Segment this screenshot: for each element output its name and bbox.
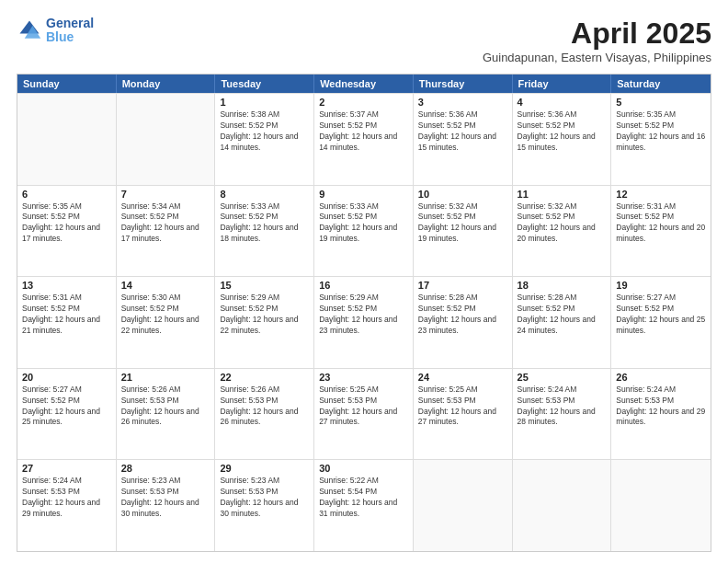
cell-day-number: 9 [319, 189, 408, 200]
cell-day-number: 29 [220, 463, 309, 474]
weekday-header: Wednesday [314, 75, 414, 93]
calendar-cell: 4Sunrise: 5:36 AMSunset: 5:52 PMDaylight… [513, 94, 612, 185]
cell-day-number: 3 [418, 97, 507, 108]
calendar-cell: 9Sunrise: 5:33 AMSunset: 5:52 PMDaylight… [314, 186, 414, 277]
cell-info: Sunrise: 5:29 AMSunset: 5:52 PMDaylight:… [319, 293, 408, 337]
calendar-cell: 16Sunrise: 5:29 AMSunset: 5:52 PMDayligh… [314, 277, 414, 368]
calendar-cell: 12Sunrise: 5:31 AMSunset: 5:52 PMDayligh… [611, 186, 711, 277]
calendar-row: 20Sunrise: 5:27 AMSunset: 5:52 PMDayligh… [17, 368, 711, 460]
cell-day-number: 1 [220, 97, 309, 108]
calendar: SundayMondayTuesdayWednesdayThursdayFrid… [17, 74, 711, 552]
calendar-body: 1Sunrise: 5:38 AMSunset: 5:52 PMDaylight… [17, 93, 711, 551]
page: General Blue April 2025 Guindapunan, Eas… [0, 0, 728, 563]
weekday-header: Sunday [17, 75, 117, 93]
cell-info: Sunrise: 5:24 AMSunset: 5:53 PMDaylight:… [616, 385, 706, 429]
logo-icon [17, 17, 42, 43]
calendar-cell: 6Sunrise: 5:35 AMSunset: 5:52 PMDaylight… [17, 186, 117, 277]
cell-info: Sunrise: 5:32 AMSunset: 5:52 PMDaylight:… [418, 201, 507, 246]
weekday-header: Thursday [414, 75, 513, 93]
cell-info: Sunrise: 5:35 AMSunset: 5:52 PMDaylight:… [22, 201, 111, 246]
logo-blue: Blue [46, 30, 94, 44]
calendar-cell: 22Sunrise: 5:26 AMSunset: 5:53 PMDayligh… [215, 369, 314, 460]
calendar-cell [513, 460, 612, 551]
cell-info: Sunrise: 5:33 AMSunset: 5:52 PMDaylight:… [220, 201, 309, 246]
cell-info: Sunrise: 5:32 AMSunset: 5:52 PMDaylight:… [518, 201, 607, 246]
cell-day-number: 13 [22, 280, 111, 291]
calendar-row: 27Sunrise: 5:24 AMSunset: 5:53 PMDayligh… [17, 459, 711, 551]
calendar-cell: 3Sunrise: 5:36 AMSunset: 5:52 PMDaylight… [414, 94, 513, 185]
cell-day-number: 2 [319, 97, 408, 108]
calendar-cell: 20Sunrise: 5:27 AMSunset: 5:52 PMDayligh… [17, 369, 117, 460]
cell-info: Sunrise: 5:28 AMSunset: 5:52 PMDaylight:… [518, 293, 607, 337]
cell-info: Sunrise: 5:35 AMSunset: 5:52 PMDaylight:… [616, 109, 706, 154]
cell-info: Sunrise: 5:23 AMSunset: 5:53 PMDaylight:… [220, 476, 309, 520]
cell-info: Sunrise: 5:31 AMSunset: 5:52 PMDaylight:… [22, 293, 111, 337]
logo-text: General Blue [46, 17, 94, 45]
calendar-cell: 19Sunrise: 5:27 AMSunset: 5:52 PMDayligh… [611, 277, 711, 368]
cell-info: Sunrise: 5:24 AMSunset: 5:53 PMDaylight:… [22, 476, 111, 520]
calendar-cell: 25Sunrise: 5:24 AMSunset: 5:53 PMDayligh… [513, 369, 612, 460]
calendar-cell [117, 94, 216, 185]
calendar-cell: 14Sunrise: 5:30 AMSunset: 5:52 PMDayligh… [117, 277, 216, 368]
month-title: April 2025 [483, 17, 711, 51]
cell-day-number: 10 [418, 189, 507, 200]
cell-day-number: 30 [319, 463, 408, 474]
cell-info: Sunrise: 5:36 AMSunset: 5:52 PMDaylight:… [418, 109, 507, 154]
cell-day-number: 27 [22, 463, 111, 474]
cell-day-number: 16 [319, 280, 408, 291]
calendar-cell [611, 460, 711, 551]
calendar-cell: 29Sunrise: 5:23 AMSunset: 5:53 PMDayligh… [215, 460, 314, 551]
cell-info: Sunrise: 5:37 AMSunset: 5:52 PMDaylight:… [319, 109, 408, 154]
calendar-cell: 10Sunrise: 5:32 AMSunset: 5:52 PMDayligh… [414, 186, 513, 277]
cell-info: Sunrise: 5:27 AMSunset: 5:52 PMDaylight:… [22, 385, 111, 429]
cell-day-number: 14 [121, 280, 210, 291]
cell-info: Sunrise: 5:28 AMSunset: 5:52 PMDaylight:… [418, 293, 507, 337]
cell-day-number: 21 [121, 372, 210, 383]
calendar-cell: 21Sunrise: 5:26 AMSunset: 5:53 PMDayligh… [117, 369, 216, 460]
logo-general: General [46, 17, 94, 30]
calendar-cell: 27Sunrise: 5:24 AMSunset: 5:53 PMDayligh… [17, 460, 117, 551]
cell-info: Sunrise: 5:38 AMSunset: 5:52 PMDaylight:… [220, 109, 309, 154]
cell-day-number: 12 [616, 189, 706, 200]
calendar-cell: 11Sunrise: 5:32 AMSunset: 5:52 PMDayligh… [513, 186, 612, 277]
calendar-cell: 7Sunrise: 5:34 AMSunset: 5:52 PMDaylight… [117, 186, 216, 277]
calendar-cell: 5Sunrise: 5:35 AMSunset: 5:52 PMDaylight… [611, 94, 711, 185]
cell-day-number: 18 [518, 280, 607, 291]
calendar-cell [17, 94, 117, 185]
cell-day-number: 23 [319, 372, 408, 383]
cell-info: Sunrise: 5:30 AMSunset: 5:52 PMDaylight:… [121, 293, 210, 337]
cell-day-number: 28 [121, 463, 210, 474]
cell-info: Sunrise: 5:27 AMSunset: 5:52 PMDaylight:… [616, 293, 706, 337]
cell-info: Sunrise: 5:25 AMSunset: 5:53 PMDaylight:… [319, 385, 408, 429]
cell-info: Sunrise: 5:34 AMSunset: 5:52 PMDaylight:… [121, 201, 210, 246]
cell-day-number: 11 [518, 189, 607, 200]
calendar-cell: 15Sunrise: 5:29 AMSunset: 5:52 PMDayligh… [215, 277, 314, 368]
calendar-row: 13Sunrise: 5:31 AMSunset: 5:52 PMDayligh… [17, 276, 711, 368]
calendar-row: 1Sunrise: 5:38 AMSunset: 5:52 PMDaylight… [17, 93, 711, 185]
cell-day-number: 25 [518, 372, 607, 383]
cell-day-number: 8 [220, 189, 309, 200]
calendar-cell: 28Sunrise: 5:23 AMSunset: 5:53 PMDayligh… [117, 460, 216, 551]
cell-day-number: 17 [418, 280, 507, 291]
cell-info: Sunrise: 5:26 AMSunset: 5:53 PMDaylight:… [121, 385, 210, 429]
cell-day-number: 7 [121, 189, 210, 200]
cell-day-number: 22 [220, 372, 309, 383]
calendar-cell: 18Sunrise: 5:28 AMSunset: 5:52 PMDayligh… [513, 277, 612, 368]
calendar-cell: 13Sunrise: 5:31 AMSunset: 5:52 PMDayligh… [17, 277, 117, 368]
cell-day-number: 5 [616, 97, 706, 108]
cell-day-number: 24 [418, 372, 507, 383]
cell-day-number: 26 [616, 372, 706, 383]
cell-info: Sunrise: 5:31 AMSunset: 5:52 PMDaylight:… [616, 201, 706, 246]
cell-info: Sunrise: 5:23 AMSunset: 5:53 PMDaylight:… [121, 476, 210, 520]
weekday-header: Tuesday [215, 75, 314, 93]
location: Guindapunan, Eastern Visayas, Philippine… [483, 51, 711, 64]
cell-day-number: 4 [518, 97, 607, 108]
header: General Blue April 2025 Guindapunan, Eas… [17, 17, 711, 64]
calendar-cell: 17Sunrise: 5:28 AMSunset: 5:52 PMDayligh… [414, 277, 513, 368]
calendar-cell: 8Sunrise: 5:33 AMSunset: 5:52 PMDaylight… [215, 186, 314, 277]
calendar-header: SundayMondayTuesdayWednesdayThursdayFrid… [17, 75, 711, 93]
cell-day-number: 15 [220, 280, 309, 291]
cell-day-number: 6 [22, 189, 111, 200]
calendar-cell: 30Sunrise: 5:22 AMSunset: 5:54 PMDayligh… [314, 460, 414, 551]
cell-info: Sunrise: 5:29 AMSunset: 5:52 PMDaylight:… [220, 293, 309, 337]
